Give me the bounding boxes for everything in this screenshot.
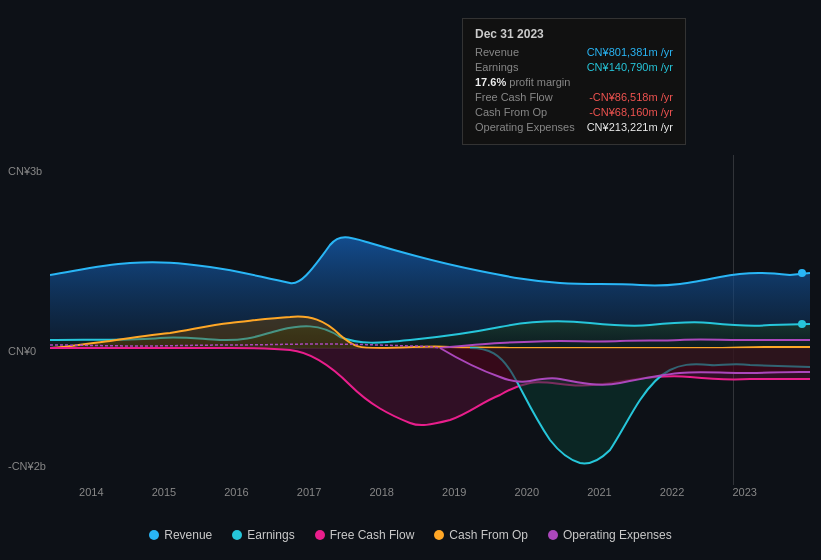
tooltip-box: Dec 31 2023 Revenue CN¥801,381m /yr Earn… — [462, 18, 686, 145]
x-label-2019: 2019 — [442, 486, 466, 498]
legend-label-cash-from-op: Cash From Op — [449, 528, 528, 542]
chart-svg — [50, 155, 810, 485]
x-label-2022: 2022 — [660, 486, 684, 498]
tooltip-opex: Operating Expenses CN¥213,221m /yr — [475, 121, 673, 133]
legend-dot-revenue — [149, 530, 159, 540]
legend-opex[interactable]: Operating Expenses — [548, 528, 672, 542]
x-label-2023: 2023 — [732, 486, 756, 498]
chart-container: Dec 31 2023 Revenue CN¥801,381m /yr Earn… — [0, 0, 821, 560]
x-label-2020: 2020 — [515, 486, 539, 498]
tooltip-fcf: Free Cash Flow -CN¥86,518m /yr — [475, 91, 673, 103]
legend-label-opex: Operating Expenses — [563, 528, 672, 542]
legend-label-revenue: Revenue — [164, 528, 212, 542]
svg-point-1 — [798, 269, 806, 277]
legend-revenue[interactable]: Revenue — [149, 528, 212, 542]
legend-dot-earnings — [232, 530, 242, 540]
y-label-bot: -CN¥2b — [8, 460, 46, 472]
legend-label-fcf: Free Cash Flow — [330, 528, 415, 542]
tooltip-earnings: Earnings CN¥140,790m /yr — [475, 61, 673, 73]
legend-cash-from-op[interactable]: Cash From Op — [434, 528, 528, 542]
legend-label-earnings: Earnings — [247, 528, 294, 542]
legend-dot-cash-from-op — [434, 530, 444, 540]
x-axis: 2014 2015 2016 2017 2018 2019 2020 2021 … — [0, 486, 821, 498]
tooltip-date: Dec 31 2023 — [475, 27, 673, 41]
y-label-mid: CN¥0 — [8, 345, 36, 357]
x-label-2014: 2014 — [79, 486, 103, 498]
legend-dot-opex — [548, 530, 558, 540]
tooltip-cash-from-op: Cash From Op -CN¥68,160m /yr — [475, 106, 673, 118]
legend-fcf[interactable]: Free Cash Flow — [315, 528, 415, 542]
x-label-2017: 2017 — [297, 486, 321, 498]
x-label-2021: 2021 — [587, 486, 611, 498]
x-label-2016: 2016 — [224, 486, 248, 498]
legend-earnings[interactable]: Earnings — [232, 528, 294, 542]
x-label-2018: 2018 — [369, 486, 393, 498]
svg-point-2 — [798, 320, 806, 328]
legend: Revenue Earnings Free Cash Flow Cash Fro… — [0, 528, 821, 542]
tooltip-revenue: Revenue CN¥801,381m /yr — [475, 46, 673, 58]
tooltip-profit-margin: 17.6% profit margin — [475, 76, 673, 88]
x-label-2015: 2015 — [152, 486, 176, 498]
legend-dot-fcf — [315, 530, 325, 540]
y-label-top: CN¥3b — [8, 165, 42, 177]
